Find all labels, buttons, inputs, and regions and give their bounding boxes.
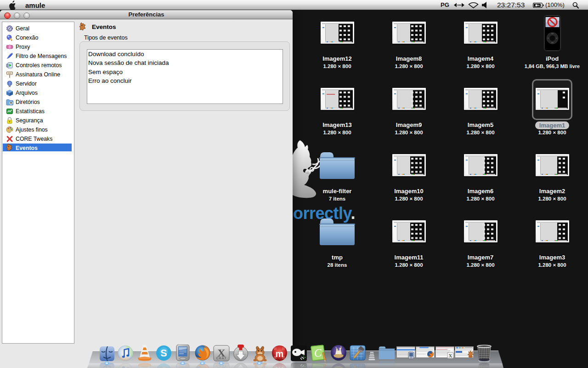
svg-text:X: X [449,353,452,358]
svg-text:C: C [314,346,323,359]
